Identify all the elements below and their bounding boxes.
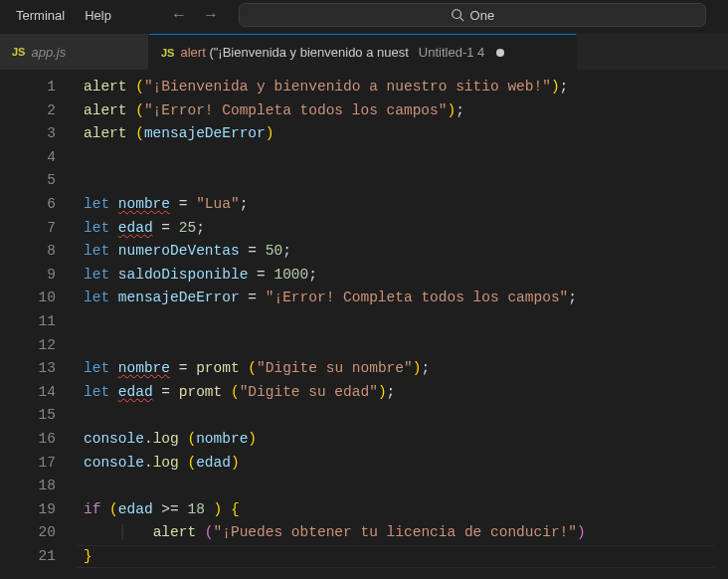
code-line: if (edad >= 18 ) { bbox=[84, 498, 714, 522]
line-number: 16 bbox=[16, 428, 56, 452]
nav-arrows: ← → bbox=[171, 6, 219, 24]
line-number: 9 bbox=[16, 264, 56, 288]
code-line: let edad = 25; bbox=[84, 217, 714, 241]
command-center-search[interactable]: One bbox=[239, 3, 706, 27]
menubar: Terminal Help ← → One bbox=[0, 0, 728, 30]
code-line bbox=[84, 146, 714, 170]
code-line bbox=[84, 169, 714, 193]
code-line bbox=[84, 334, 714, 358]
code-line: alert ("¡Bienvenida y bienvenido a nuest… bbox=[84, 76, 714, 99]
line-number: 1 bbox=[16, 76, 56, 99]
line-number: 21 bbox=[16, 545, 56, 569]
code-line: alert (mensajeDeError) bbox=[84, 122, 714, 146]
editor: 123456789101112131415161718192021 alert … bbox=[0, 70, 728, 579]
menu-help[interactable]: Help bbox=[77, 4, 119, 27]
code-line: let nombre = promt ("Digite su nombre"); bbox=[84, 357, 714, 381]
code-area[interactable]: alert ("¡Bienvenida y bienvenido a nuest… bbox=[78, 70, 714, 579]
nav-back-icon[interactable]: ← bbox=[171, 6, 187, 24]
line-number: 14 bbox=[16, 381, 56, 405]
js-file-icon: JS bbox=[12, 46, 25, 58]
line-number: 4 bbox=[16, 146, 56, 170]
line-number: 12 bbox=[16, 334, 56, 358]
search-icon bbox=[451, 8, 464, 22]
code-line: let saldoDisponible = 1000; bbox=[84, 264, 714, 288]
line-number: 3 bbox=[16, 122, 56, 146]
code-line: } bbox=[84, 545, 714, 569]
code-line: let nombre = "Lua"; bbox=[84, 193, 714, 217]
svg-point-0 bbox=[452, 10, 460, 19]
js-file-icon: JS bbox=[161, 47, 174, 59]
line-number: 7 bbox=[16, 217, 56, 241]
code-line bbox=[84, 404, 714, 428]
left-edge bbox=[0, 70, 16, 579]
line-number: 18 bbox=[16, 475, 56, 498]
code-line: console.log (edad) bbox=[84, 452, 714, 476]
menu-terminal[interactable]: Terminal bbox=[8, 4, 73, 27]
line-number: 10 bbox=[16, 287, 56, 310]
line-number: 2 bbox=[16, 99, 56, 123]
line-number-gutter: 123456789101112131415161718192021 bbox=[16, 70, 78, 579]
minimap[interactable] bbox=[714, 70, 728, 579]
line-number: 19 bbox=[16, 498, 56, 522]
line-number: 13 bbox=[16, 357, 56, 381]
tabs: JS app.js JS alert ("¡Bienvenida y bienv… bbox=[0, 34, 728, 70]
tab-untitled-1[interactable]: JS alert ("¡Bienvenida y bienvenido a nu… bbox=[149, 34, 577, 70]
line-number: 8 bbox=[16, 240, 56, 264]
code-line: let edad = promt ("Digite su edad"); bbox=[84, 381, 714, 405]
line-number: 15 bbox=[16, 404, 56, 428]
code-line: let mensajeDeError = "¡Error! Completa t… bbox=[84, 287, 714, 310]
nav-forward-icon[interactable]: → bbox=[203, 6, 219, 24]
unsaved-dot-icon bbox=[496, 49, 504, 57]
code-line: let numeroDeVentas = 50; bbox=[84, 240, 714, 264]
svg-line-1 bbox=[459, 18, 463, 22]
tab-suffix: Untitled-1 4 bbox=[419, 45, 484, 60]
code-line: console.log (nombre) bbox=[84, 428, 714, 452]
line-number: 5 bbox=[16, 169, 56, 193]
line-number: 6 bbox=[16, 193, 56, 217]
search-value: One bbox=[470, 8, 495, 23]
tab-app-js[interactable]: JS app.js bbox=[0, 34, 149, 70]
code-line: alert ("¡Error! Completa todos los campo… bbox=[84, 99, 714, 123]
line-number: 11 bbox=[16, 310, 56, 334]
code-line bbox=[84, 310, 714, 334]
tab-label: app.js bbox=[31, 45, 66, 60]
code-line bbox=[84, 475, 714, 498]
tab-label: alert ("¡Bienvenida y bienvenido a nuest bbox=[180, 45, 408, 60]
code-line: │ alert ("¡Puedes obtener tu licencia de… bbox=[84, 521, 714, 545]
line-number: 20 bbox=[16, 521, 56, 545]
line-number: 17 bbox=[16, 452, 56, 476]
